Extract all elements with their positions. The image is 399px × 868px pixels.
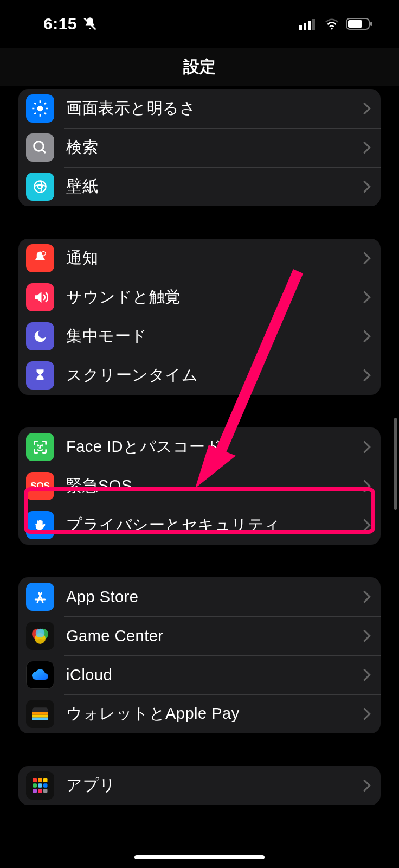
svg-rect-43	[43, 789, 48, 793]
svg-rect-7	[348, 20, 362, 28]
svg-line-16	[34, 113, 36, 114]
appstore-icon	[26, 583, 54, 611]
gamecenter-icon	[26, 622, 54, 650]
row-emergency-sos[interactable]: SOS 緊急SOS	[18, 467, 381, 506]
chevron-right-icon	[363, 142, 371, 154]
svg-rect-2	[304, 23, 306, 30]
icloud-icon	[26, 661, 54, 689]
row-label: Game Center	[66, 627, 363, 645]
hourglass-icon	[26, 361, 54, 390]
svg-rect-1	[299, 25, 302, 30]
svg-point-9	[37, 106, 43, 112]
settings-group-security: Face IDとパスコード SOS 緊急SOS プライバシーとセキュリティ	[18, 427, 381, 545]
wifi-icon	[324, 18, 339, 30]
cellular-icon	[299, 18, 318, 30]
moon-icon	[26, 322, 54, 350]
svg-point-5	[331, 28, 333, 30]
row-app-store[interactable]: App Store	[18, 577, 381, 616]
svg-rect-34	[32, 718, 48, 720]
chevron-right-icon	[363, 441, 371, 453]
row-screen-time[interactable]: スクリーンタイム	[18, 356, 381, 395]
svg-rect-37	[43, 778, 48, 783]
status-bar: 6:15	[0, 0, 399, 48]
svg-rect-8	[370, 22, 372, 26]
wallpaper-icon	[26, 173, 54, 201]
row-label: スクリーンタイム	[66, 365, 363, 386]
chevron-right-icon	[363, 780, 371, 792]
hand-icon	[26, 511, 54, 539]
chevron-right-icon	[363, 291, 371, 303]
row-wallet-apple-pay[interactable]: ウォレットとApple Pay	[18, 694, 381, 733]
row-face-id-passcode[interactable]: Face IDとパスコード	[18, 427, 381, 467]
row-search[interactable]: 検索	[18, 128, 381, 167]
chevron-right-icon	[363, 369, 371, 381]
row-sounds-haptics[interactable]: サウンドと触覚	[18, 278, 381, 317]
svg-rect-36	[38, 778, 42, 783]
svg-line-14	[34, 103, 36, 104]
speaker-icon	[26, 283, 54, 311]
apps-grid-icon	[26, 771, 54, 800]
row-label: 通知	[66, 247, 363, 269]
row-label: App Store	[66, 588, 363, 606]
svg-point-22	[37, 445, 38, 446]
svg-point-21	[42, 252, 46, 256]
chevron-right-icon	[363, 669, 371, 681]
chevron-right-icon	[363, 480, 371, 492]
row-privacy-security[interactable]: プライバシーとセキュリティ	[18, 506, 381, 545]
row-label: 集中モード	[66, 326, 363, 347]
search-icon	[26, 133, 54, 162]
settings-group-display: 画面表示と明るさ 検索 壁紙	[18, 89, 381, 206]
status-left: 6:15	[43, 15, 98, 33]
svg-line-17	[44, 103, 46, 104]
svg-rect-38	[33, 783, 37, 788]
nav-title: 設定	[183, 56, 216, 78]
chevron-right-icon	[363, 591, 371, 603]
row-label: サウンドと触覚	[66, 286, 363, 308]
row-label: 画面表示と明るさ	[66, 98, 363, 119]
svg-line-15	[44, 113, 46, 114]
svg-rect-33	[32, 715, 48, 718]
row-label: iCloud	[66, 666, 363, 684]
status-right	[299, 17, 373, 30]
row-icloud[interactable]: iCloud	[18, 655, 381, 694]
battery-icon	[346, 17, 373, 30]
row-game-center[interactable]: Game Center	[18, 616, 381, 655]
home-indicator[interactable]	[134, 855, 265, 859]
svg-rect-35	[33, 778, 37, 783]
svg-point-30	[36, 629, 45, 638]
row-focus[interactable]: 集中モード	[18, 317, 381, 356]
row-apps[interactable]: アプリ	[18, 766, 381, 805]
chevron-right-icon	[363, 103, 371, 114]
row-label: 緊急SOS	[66, 475, 363, 497]
row-label: 壁紙	[66, 176, 363, 197]
svg-rect-39	[38, 783, 42, 788]
svg-rect-4	[312, 19, 315, 30]
row-display-brightness[interactable]: 画面表示と明るさ	[18, 89, 381, 128]
svg-rect-32	[32, 712, 48, 715]
settings-content[interactable]: 画面表示と明るさ 検索 壁紙	[0, 86, 399, 868]
chevron-right-icon	[363, 630, 371, 642]
svg-rect-42	[38, 789, 42, 793]
row-label: ウォレットとApple Pay	[66, 703, 363, 725]
sos-icon: SOS	[26, 472, 54, 500]
svg-point-18	[34, 142, 44, 151]
wallet-icon	[26, 700, 54, 728]
sos-text: SOS	[30, 481, 50, 492]
settings-group-apps: アプリ	[18, 766, 381, 805]
ios-settings-screen: 6:15	[0, 0, 399, 868]
settings-group-store: App Store Game Center iCloud	[18, 577, 381, 733]
chevron-right-icon	[363, 519, 371, 531]
svg-rect-41	[33, 789, 37, 793]
settings-group-notifications: 通知 サウンドと触覚 集中モード スクリ	[18, 239, 381, 395]
row-wallpaper[interactable]: 壁紙	[18, 167, 381, 206]
row-notifications[interactable]: 通知	[18, 239, 381, 278]
svg-rect-40	[43, 783, 48, 788]
svg-rect-3	[308, 21, 311, 30]
brightness-icon	[26, 94, 54, 123]
scroll-indicator[interactable]	[394, 418, 397, 510]
row-label: 検索	[66, 137, 363, 158]
chevron-right-icon	[363, 708, 371, 720]
silent-icon	[82, 16, 98, 31]
svg-line-19	[42, 150, 46, 153]
status-time: 6:15	[43, 15, 77, 33]
